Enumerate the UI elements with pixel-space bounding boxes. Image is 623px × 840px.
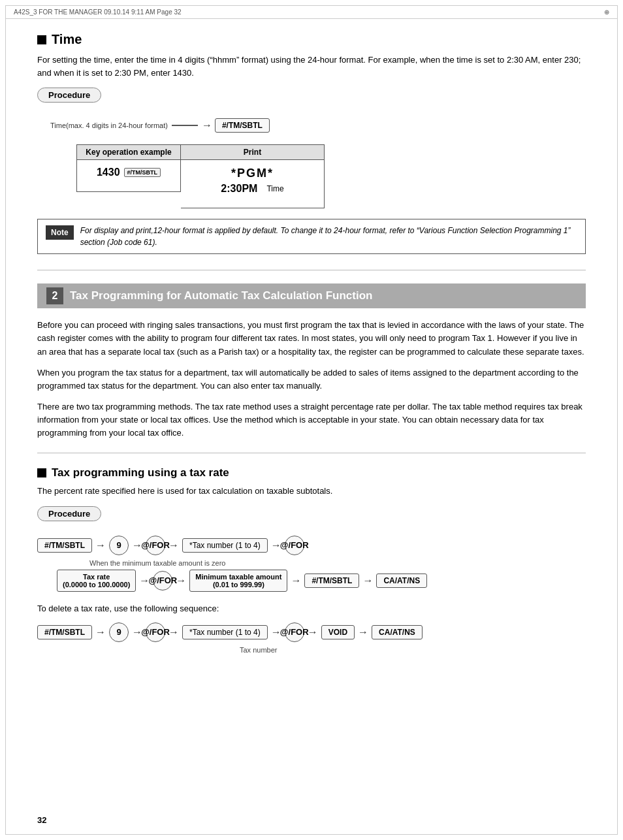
section2-body3: There are two tax programming methods. T… — [37, 400, 586, 440]
section2-number: 2 — [46, 287, 63, 304]
branch-final: CA/AT/NS — [376, 573, 427, 588]
pgm-text: *PGM* — [231, 167, 274, 180]
flow-arrow-icon: → — [202, 120, 212, 131]
black-square-icon-2 — [37, 468, 46, 477]
del-arrow1: → — [95, 626, 106, 638]
branch-arrow2: → — [176, 575, 186, 587]
delete-label-text: To delete a tax rate, use the following … — [37, 604, 586, 613]
tax-number-label: Tax number — [240, 646, 586, 654]
time-display-label: Time — [266, 184, 283, 193]
main-content: Time For setting the time, enter the tim… — [6, 19, 617, 689]
section2-body1: Before you can proceed with ringing sale… — [37, 319, 586, 358]
section2-body2: When you program the tax status for a de… — [37, 366, 586, 393]
branch-arrow4: → — [362, 575, 373, 587]
print-content: *PGM* 2:30PM Time — [181, 160, 324, 201]
delete-final: CA/AT/NS — [372, 625, 423, 639]
delete-circle1: 9 — [109, 622, 129, 642]
time-flow-row: Time(max. 4 digits in 24-hour format) → … — [50, 118, 586, 133]
header-page-mark: ⊕ — [604, 8, 609, 16]
header-text: A42S_3 FOR THE MANAGER 09.10.14 9:11 AM … — [14, 8, 182, 16]
tax-rate-body: The percent rate specified here is used … — [37, 485, 586, 498]
time-display-value: 2:30PM — [221, 183, 257, 195]
note-label: Note — [46, 225, 74, 240]
flow-star1: *Tax number (1 to 4) — [182, 538, 268, 553]
time-title-text: Time — [52, 32, 82, 47]
flow-key3: @/FOR — [285, 536, 304, 555]
page-border: A42S_3 FOR THE MANAGER 09.10.14 9:11 AM … — [5, 5, 618, 835]
header-bar: A42S_3 FOR THE MANAGER 09.10.14 9:11 AM … — [6, 6, 617, 19]
delete-flow-row: #/TM/SBTL → 9 → @/FOR → *Tax number (1 t… — [37, 622, 586, 642]
tax-flow-diagram: #/TM/SBTL → 9 → @/FOR → *Tax number (1 t… — [37, 536, 586, 654]
branch-area: When the minimum taxable amount is zero … — [57, 559, 586, 592]
delete-void: VOID — [321, 625, 355, 639]
procedure-button-tax: Procedure — [37, 506, 101, 521]
key-op-right-panel: Print *PGM* 2:30PM Time — [181, 144, 325, 208]
section2-title-text: Tax Programming for Automatic Tax Calcul… — [70, 289, 372, 302]
key-op-header: Key operation example — [77, 145, 180, 160]
key-op-content: 1430 #/TM/SBTL — [77, 160, 180, 185]
procedure-button-time: Procedure — [37, 88, 101, 103]
time-body-text: For setting the time, enter the time in … — [37, 54, 586, 80]
black-square-icon — [37, 35, 46, 44]
delete-key1: #/TM/SBTL — [37, 625, 92, 639]
page-number: 32 — [37, 815, 46, 825]
branch-box1: Tax rate (0.0000 to 100.0000) — [57, 570, 136, 592]
del-arrow3: → — [168, 626, 179, 638]
print-header: Print — [181, 145, 324, 160]
delete-key2: @/FOR — [146, 622, 165, 642]
del-arrow6: → — [358, 626, 368, 638]
arrow3: → — [168, 540, 179, 551]
note-text: For display and print,12-hour format is … — [80, 225, 577, 248]
flow-circle1: 9 — [109, 536, 129, 555]
flow-key1: #/TM/SBTL — [37, 538, 92, 553]
key-op-table: Key operation example 1430 #/TM/SBTL Pri… — [76, 144, 586, 208]
branch-arrow3: → — [291, 575, 301, 587]
delete-key3: @/FOR — [285, 622, 304, 642]
key-small-box: #/TM/SBTL — [124, 168, 161, 177]
time-diagram: Time(max. 4 digits in 24-hour format) → … — [37, 118, 586, 133]
tax-rate-title-text: Tax programming using a tax rate — [52, 466, 229, 479]
section-divider — [37, 270, 586, 270]
tax-main-flow-row: #/TM/SBTL → 9 → @/FOR → *Tax number (1 t… — [37, 536, 586, 555]
time-section-title: Time — [37, 32, 586, 47]
branch-flow-row: Tax rate (0.0000 to 100.0000) → @/FOR → … — [57, 570, 586, 592]
branch-key-end: #/TM/SBTL — [304, 573, 359, 588]
note-box: Note For display and print,12-hour forma… — [37, 219, 586, 254]
key-op-left-panel: Key operation example 1430 #/TM/SBTL — [76, 144, 181, 192]
branch-box2: Minimum taxable amount (0.01 to 999.99) — [189, 570, 287, 592]
flow-key2: @/FOR — [146, 536, 165, 555]
time-flow-label: Time(max. 4 digits in 24-hour format) — [50, 121, 168, 129]
branch-key-mid: @/FOR — [153, 571, 172, 590]
time-key-box: #/TM/SBTL — [215, 118, 270, 133]
branch-label: When the minimum taxable amount is zero — [89, 559, 586, 567]
arrow1: → — [95, 540, 106, 551]
del-arrow5: → — [308, 626, 318, 638]
section2-header: 2 Tax Programming for Automatic Tax Calc… — [37, 283, 586, 308]
key-value: 1430 — [97, 167, 120, 178]
delete-star1: *Tax number (1 to 4) — [182, 625, 268, 639]
flow-line — [172, 125, 198, 126]
tax-rate-title: Tax programming using a tax rate — [37, 466, 586, 479]
time-display-row: 2:30PM Time — [221, 183, 283, 195]
subsection-divider — [37, 453, 586, 453]
